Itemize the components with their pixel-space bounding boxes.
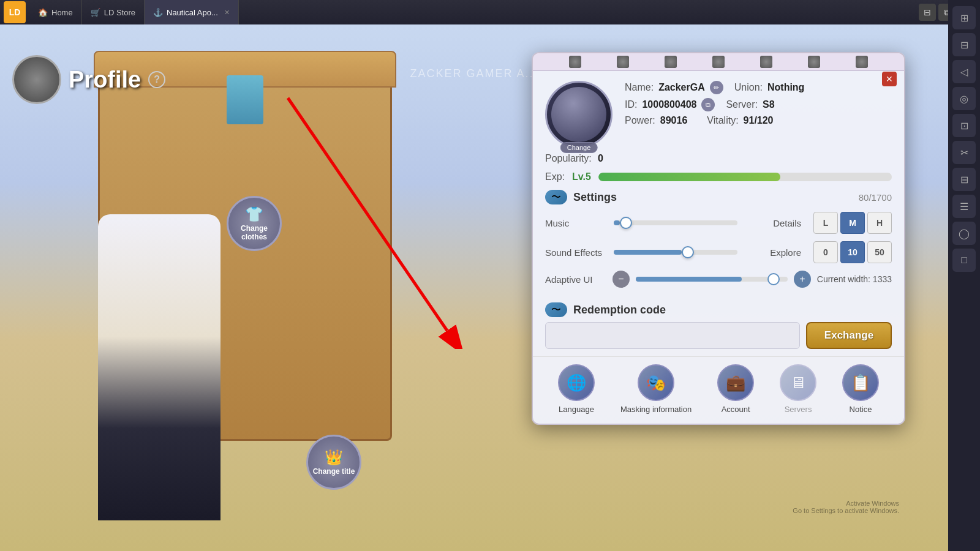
explore-btn-0[interactable]: 0 (813, 241, 838, 263)
current-width-display: Current width: 1333 (817, 274, 892, 284)
activate-windows-notice: Activate Windows Go to Settings to activ… (793, 500, 899, 514)
sidebar-icon-2[interactable]: ⊟ (952, 33, 976, 56)
adaptive-minus-button[interactable]: − (612, 271, 630, 288)
adaptive-slider-fill (636, 277, 742, 282)
name-row: Name: ZackerGA ✏ Union: Nothing (625, 81, 892, 94)
sound-slider[interactable] (614, 250, 737, 255)
exchange-button[interactable]: Exchange (806, 322, 892, 349)
id-label: ID: (625, 99, 637, 110)
avatar-image (545, 81, 612, 148)
sidebar-icon-5[interactable]: ⊡ (952, 114, 976, 137)
sidebar-icon-1[interactable]: ⊞ (952, 6, 976, 29)
vitality-label: Vitality: (707, 115, 738, 126)
tab-game[interactable]: ⚓ Nautical Apo... ✕ (145, 0, 239, 24)
app-logo: LD (4, 1, 26, 23)
sound-explore-row: Sound Effects Explore 0 10 50 (545, 241, 892, 263)
sound-slider-thumb[interactable] (682, 246, 694, 258)
masking-item[interactable]: 🎭 Masking information (620, 364, 692, 414)
home-icon: 🏠 (38, 8, 48, 17)
id-row: ID: 1000800408 ⧉ Server: S8 (625, 98, 892, 111)
union-label: Union: (734, 82, 763, 93)
redemption-header: 〜 Redemption code (545, 302, 892, 317)
notice-item[interactable]: 📋 Notice (842, 364, 879, 414)
language-label: Language (559, 405, 594, 414)
adaptive-ui-row: Adaptive UI − + Current width: 1333 (545, 271, 892, 288)
change-clothes-label: Change clothes (228, 224, 280, 241)
account-item[interactable]: 💼 Account (717, 364, 754, 414)
character-body (98, 214, 221, 520)
adaptive-plus-button[interactable]: + (794, 271, 811, 288)
adaptive-slider[interactable] (636, 277, 788, 282)
details-buttons: L M H (813, 212, 892, 234)
sidebar-icon-10[interactable]: □ (952, 249, 976, 272)
detail-btn-h[interactable]: H (867, 212, 892, 234)
tab-bar: 🏠 Home 🛒 LD Store ⚓ Nautical Apo... ✕ (29, 0, 919, 24)
adaptive-slider-thumb[interactable] (767, 273, 780, 285)
sidebar-icon-3[interactable]: ◁ (952, 60, 976, 83)
explore-btn-50[interactable]: 50 (867, 241, 892, 263)
copy-id-icon[interactable]: ⧉ (701, 98, 715, 111)
redemption-title: Redemption code (573, 304, 666, 317)
game-background: Profile ? ZACKER GAMER A... 👕 Change clo… (0, 24, 948, 551)
servers-icon: 🖥 (780, 364, 816, 401)
spiral-3 (665, 56, 677, 68)
wardrobe-ornament (227, 75, 263, 124)
avatar-container: Change (545, 81, 612, 148)
power-row: Power: 89016 Vitality: 91/120 (625, 115, 892, 126)
settings-counter: 80/1700 (859, 192, 892, 203)
music-slider[interactable] (614, 220, 737, 225)
tab-ldstore[interactable]: 🛒 LD Store (82, 0, 145, 24)
tab-home[interactable]: 🏠 Home (29, 0, 82, 24)
spiral-4 (712, 56, 725, 68)
profile-header: Profile ? (12, 55, 165, 104)
redemption-wave-icon: 〜 (545, 302, 567, 317)
tab-close-icon[interactable]: ✕ (224, 9, 230, 17)
vitality-value: 91/120 (744, 115, 774, 126)
music-slider-fill (614, 220, 620, 225)
activate-windows-title: Activate Windows (793, 500, 899, 507)
account-icon: 💼 (717, 364, 754, 401)
popularity-value: 0 (598, 153, 603, 163)
tab-ldstore-label: LD Store (104, 8, 135, 17)
sidebar-icon-4[interactable]: ◎ (952, 87, 976, 110)
minimize-button[interactable]: ⊟ (919, 4, 936, 21)
servers-item[interactable]: 🖥 Servers (780, 364, 816, 414)
edit-name-icon[interactable]: ✏ (710, 81, 723, 94)
explore-btn-10[interactable]: 10 (840, 241, 865, 263)
exp-bar-fill (598, 173, 780, 181)
exp-level: Lv.5 (572, 171, 591, 182)
avatar-info-row: Change Name: ZackerGA ✏ Union: Nothing I… (533, 71, 904, 153)
change-title-button[interactable]: 👑 Change title (306, 435, 361, 490)
music-label: Music (545, 218, 606, 228)
masking-label: Masking information (620, 405, 692, 414)
sidebar-icon-9[interactable]: ◯ (952, 222, 976, 245)
spiral-1 (569, 56, 581, 68)
server-value: S8 (763, 99, 775, 110)
music-slider-thumb[interactable] (620, 217, 632, 229)
exp-bar (598, 173, 892, 181)
help-button[interactable]: ? (148, 71, 165, 88)
id-value: 1000800408 (642, 99, 696, 110)
profile-panel: ✕ Change Name: ZackerGA ✏ Union: Nothing… (532, 52, 905, 425)
sidebar-icon-7[interactable]: ⊟ (952, 168, 976, 191)
bottom-icons-row: 🌐 Language 🎭 Masking information 💼 Accou… (533, 356, 904, 424)
popularity-label: Popularity: (545, 153, 592, 163)
language-item[interactable]: 🌐 Language (558, 364, 595, 414)
avatar-change-button[interactable]: Change (560, 142, 598, 153)
detail-btn-l[interactable]: L (813, 212, 838, 234)
page-title: Profile (69, 67, 141, 93)
redemption-code-input[interactable] (545, 322, 800, 349)
name-value: ZackerGA (658, 82, 705, 93)
masking-icon: 🎭 (638, 364, 674, 401)
sidebar-icon-8[interactable]: ☰ (952, 195, 976, 218)
detail-btn-m[interactable]: M (840, 212, 865, 234)
settings-content: Music Details L M H Sound Effects (533, 207, 904, 298)
activate-windows-subtitle: Go to Settings to activate Windows. (793, 507, 899, 514)
change-clothes-button[interactable]: 👕 Change clothes (227, 196, 282, 251)
watermark-text: ZACKER GAMER A... (410, 67, 538, 80)
sidebar-icon-6[interactable]: ✂ (952, 141, 976, 164)
profile-orb-icon (12, 55, 61, 104)
spiral-2 (617, 56, 629, 68)
panel-close-button[interactable]: ✕ (882, 72, 897, 86)
ldstore-icon: 🛒 (91, 8, 100, 17)
